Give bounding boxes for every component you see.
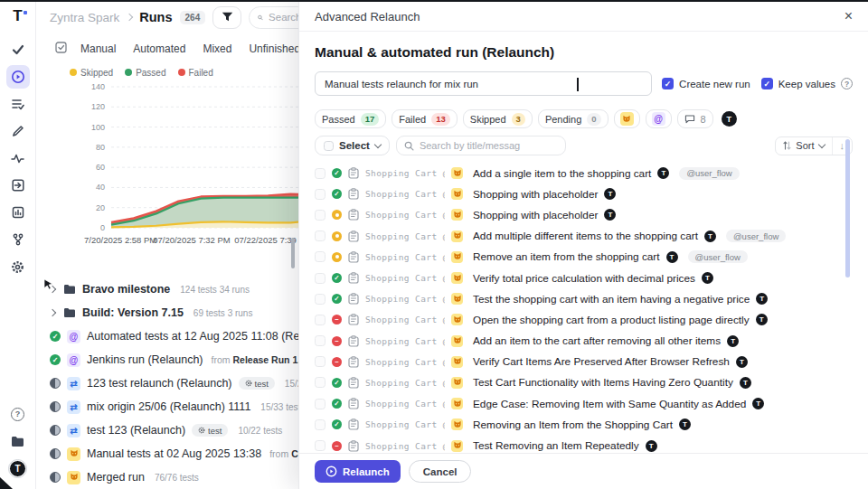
run-row[interactable]: Bravo milestone124 tests 34 runs [42,277,330,301]
test-checkbox[interactable] [315,335,326,346]
test-name[interactable]: Shopping with placeholder [473,209,598,221]
run-name[interactable]: Bravo milestone [82,283,170,296]
runs-play-circle-icon[interactable] [6,65,30,89]
test-row[interactable]: −Shopping Cart @...Add an item to the ca… [315,331,853,352]
filter-button[interactable] [212,6,241,29]
run-row[interactable]: ⇄123 test relaunch (Relaunch)test15/23 t… [42,371,330,395]
run-name[interactable]: Build: Version 7.15 [82,306,184,319]
test-checkbox[interactable] [315,356,326,367]
close-icon[interactable]: × [844,9,853,24]
test-checkbox[interactable] [315,273,326,284]
run-name[interactable]: Jenkins run (Relaunch) [87,353,203,366]
select-dropdown[interactable]: Select [315,136,390,155]
test-name[interactable]: Add a single item to the shopping cart [473,167,651,180]
test-row[interactable]: −Shopping Cart @...Verify Cart Items Are… [315,352,853,372]
relaunch-button[interactable]: Relaunch [315,460,401,483]
test-checkbox[interactable] [315,189,326,200]
test-row[interactable]: Shopping Cart @...Add multiple different… [315,226,853,247]
projects-folder-icon[interactable] [6,429,30,453]
cancel-button[interactable]: Cancel [409,460,472,483]
test-checkbox[interactable] [315,399,326,409]
test-row[interactable]: ✓Shopping Cart @...Verify total price ca… [315,268,853,288]
results-check-icon[interactable] [6,38,30,61]
option-create-new-run[interactable]: ✓Create new run [662,78,750,89]
test-row[interactable]: Shopping Cart @...Remove an item from th… [315,247,853,268]
tab-manual[interactable]: Manual [80,42,116,55]
filter-chip-pending[interactable]: Pending0 [538,109,609,128]
test-checkbox[interactable] [315,251,326,262]
test-checkbox[interactable] [315,419,326,430]
option-keep-values[interactable]: ✓Keep values? [761,78,853,89]
test-name[interactable]: Remove an item from the shopping cart [473,250,660,263]
import-box-icon[interactable] [6,174,30,197]
test-checkbox[interactable] [315,230,326,241]
run-row[interactable]: ⇄mix origin 25/06 (Relaunch) 111115/33 t… [42,395,330,418]
run-title-input[interactable]: Manual tests relaunch for mix run [315,71,652,96]
test-checkbox[interactable] [315,168,326,179]
test-name[interactable]: Add an item to the cart after removing a… [473,334,721,347]
tab-unfinished[interactable]: Unfinished [249,42,300,55]
test-name[interactable]: Removing an Item from the Shopping Cart [473,418,673,431]
run-name[interactable]: 123 test relaunch (Relaunch) [87,377,232,390]
test-checkbox[interactable] [315,294,326,305]
test-name[interactable]: Verify total price calculation with deci… [473,272,695,285]
run-row[interactable]: ⇄test 123 (Relaunch)test10/22 tests [42,418,330,442]
select-all-icon[interactable] [55,42,67,56]
filter-chip-failed[interactable]: Failed13 [392,109,458,128]
test-row[interactable]: ✓Shopping Cart @...Shopping with placeho… [315,183,853,204]
filter-chip-automated[interactable]: @ [646,109,672,128]
checkbox-checked[interactable]: ✓ [761,78,773,89]
run-row[interactable]: ✓@Automated tests at 12 Aug 2025 11:08 (… [42,324,330,348]
tab-automated[interactable]: Automated [133,42,185,55]
breadcrumb-app[interactable]: Zyntra Spark [50,11,119,24]
test-name[interactable]: Test the shopping cart with an item havi… [473,293,750,306]
modal-scrollbar[interactable] [845,139,850,277]
filter-chip-manual[interactable] [614,109,640,128]
test-row[interactable]: ✓Shopping Cart @...Removing an Item from… [315,414,853,435]
filter-chip-skipped[interactable]: Skipped3 [463,109,533,128]
run-name[interactable]: Automated tests at 12 Aug 2025 11:08 (Re… [87,330,330,343]
filter-chip-comments[interactable]: 8 [677,109,713,128]
test-checkbox[interactable] [315,377,326,388]
test-row[interactable]: ✓Shopping Cart @...Edge Case: Removing I… [315,393,853,414]
test-name[interactable]: Open the shopping cart from a product li… [473,314,750,326]
list-check-icon[interactable] [6,92,30,116]
left-panel-scrollbar[interactable] [291,238,295,268]
test-row[interactable]: ✓Shopping Cart @...Test Cart Functionali… [315,372,853,393]
tab-mixed[interactable]: Mixed [203,42,231,55]
pencil-icon[interactable] [6,119,30,143]
test-checkbox[interactable] [315,210,326,221]
run-row[interactable]: Merged run76/76 tests [42,465,330,489]
help-icon[interactable]: ? [6,402,30,426]
settings-gear-icon[interactable] [6,255,30,278]
run-row[interactable]: ✓@Jenkins run (Relaunch)from Release Run… [42,348,330,371]
filter-chip-passed[interactable]: Passed17 [315,109,386,128]
run-name[interactable]: Manual tests at 02 Aug 2025 13:38 [87,447,261,460]
test-row[interactable]: ✓Shopping Cart @...Test the shopping car… [315,288,853,309]
run-name[interactable]: mix origin 25/06 (Relaunch) 1111 [87,400,250,413]
select-all-checkbox[interactable] [324,141,334,151]
test-row[interactable]: Shopping Cart @...Shopping with placehol… [315,204,853,225]
branch-icon[interactable] [6,228,30,251]
run-row[interactable]: Manual tests at 02 Aug 2025 13:38from Cu… [42,442,330,465]
test-name[interactable]: Edge Case: Removing Item with Same Quant… [473,398,746,410]
test-name[interactable]: Verify Cart Items Are Preserved After Br… [473,355,730,368]
activity-pulse-icon[interactable] [6,146,30,170]
checkbox-checked[interactable]: ✓ [662,78,674,89]
brand-logo[interactable]: T [13,8,22,24]
test-checkbox[interactable] [315,315,326,325]
tests-search-input[interactable]: Search by title/messag [396,136,566,155]
test-row[interactable]: −Shopping Cart @...Open the shopping car… [315,309,853,330]
test-name[interactable]: Add multiple different items to the shop… [473,230,698,242]
owner-avatar[interactable]: T [722,111,737,127]
run-name[interactable]: Merged run [87,471,145,484]
test-name[interactable]: Shopping with placeholder [473,188,598,201]
expand-chevron-icon[interactable] [50,310,57,315]
sort-button[interactable]: Sort [776,137,832,155]
test-name[interactable]: Test Removing an Item Repeatedly [473,439,639,452]
test-row[interactable]: ✓Shopping Cart @...Add a single item to … [315,163,853,183]
help-circle-icon[interactable]: ? [841,78,853,89]
report-icon[interactable] [6,201,30,224]
run-row[interactable]: Build: Version 7.1569 tests 3 runs [42,301,330,324]
run-name[interactable]: test 123 (Relaunch) [87,424,185,437]
